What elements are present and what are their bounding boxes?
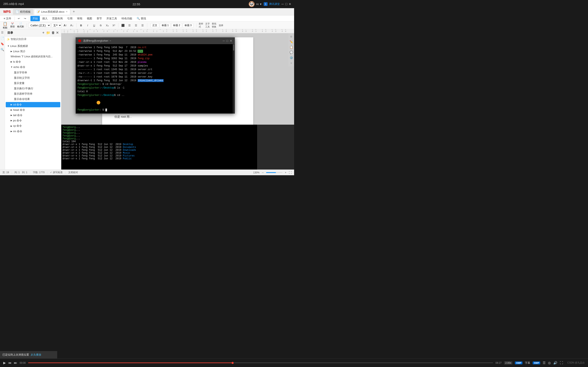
strikethrough-btn[interactable]: S (98, 23, 104, 28)
bottom-terminal-flex: feng@zerg... feng@zerg... feng@zerg... f… (61, 125, 294, 169)
status-spell[interactable]: ✓ 拼写检查 (50, 171, 62, 174)
sidebar-item-show-sample[interactable]: 显示原样字符串 (6, 91, 60, 97)
find-replace-btn[interactable]: 查找替换 (212, 23, 217, 28)
sidebar-ai-row[interactable]: ✨ 智能识别目录 (5, 36, 61, 42)
sidebar-close-btn[interactable]: ✕ (56, 31, 59, 35)
caret-icon: ▶ (11, 50, 12, 53)
sidebar-delete-btn[interactable]: 🗑 (52, 31, 55, 35)
style-normal[interactable]: 正文 (150, 23, 159, 28)
zoom-in-btn[interactable]: + (285, 171, 286, 174)
caret-icon: ▶ (11, 130, 12, 133)
sidebar-item-ps[interactable]: ▶ ps 命令 (6, 118, 60, 123)
more-btn[interactable]: ≡ (289, 2, 291, 6)
menu-view[interactable]: 视图 (85, 16, 94, 21)
align-justify-btn[interactable]: ☰ (140, 23, 145, 28)
undo-btn[interactable]: ↩ (16, 16, 22, 21)
sidebar-add-btn[interactable]: ＋ (42, 31, 45, 35)
zoom-out-btn[interactable]: ─ (262, 171, 264, 174)
tab-template[interactable]: 📄 稻壳模板 (13, 9, 33, 15)
terminal-minimize-btn[interactable]: ─ (223, 39, 225, 42)
terminal-scrollbar[interactable] (233, 44, 235, 113)
sidebar-item-linux-brief[interactable]: ▶ Linux 简介 (6, 49, 60, 54)
tab-linux-doc[interactable]: 📝 Linux系统精讲.docx ✕ (34, 9, 70, 15)
copy-btn[interactable]: 📄格式刷 (16, 22, 25, 29)
menu-pagelayout[interactable]: 页面布局 (50, 16, 65, 21)
status-col: 列: 1 (22, 171, 27, 174)
menu-devtools[interactable]: 开发工具 (104, 16, 119, 21)
bold-btn[interactable]: B (78, 23, 84, 28)
menu-start[interactable]: 开始 (30, 16, 40, 21)
underline-btn[interactable]: U (91, 23, 97, 28)
font-name-select[interactable]: Calibri (正文) (28, 23, 51, 28)
new-style-btn[interactable]: 新样式 (199, 23, 204, 28)
terminal-body: -rwxrwxrwx 1 feng feng 1456 Sep 7 2019 c… (76, 44, 235, 113)
font-grow-btn[interactable]: A↑ (62, 23, 68, 28)
term-line-4: ---------- 1 feng feng 3282 Sep 11 2019 … (78, 57, 233, 60)
sidebar-icon-search[interactable]: 🔍 (1, 48, 4, 51)
align-right-btn[interactable]: ☰ (133, 23, 139, 28)
sidebar-item-rm[interactable]: ▶ rm 命令 (6, 129, 60, 134)
align-left-btn[interactable]: ⬛ (120, 23, 126, 28)
menu-file[interactable]: ≡ 文件 (2, 16, 13, 21)
sidebar-icon-doc[interactable]: 📄 (1, 36, 4, 40)
tab-add-btn[interactable]: + (71, 9, 77, 15)
font-shrink-btn[interactable]: A↓ (69, 23, 75, 28)
sidebar-item-tail[interactable]: ▶ tail 命令 (6, 113, 60, 118)
sidebar-item-cd[interactable]: ▶ cd 命令 (6, 102, 60, 107)
hi-text[interactable]: Hi ▼ (256, 3, 262, 6)
sidebar-label: Linux 简介 (13, 50, 26, 53)
terminal-close-btn[interactable]: ✕ (230, 39, 232, 42)
subscript-btn[interactable]: X₂ (104, 23, 110, 28)
maximize-btn[interactable]: □ (285, 2, 287, 6)
sidebar-item-windows-linux[interactable]: Windows 下 Linux 虚拟机的安装与启... (6, 54, 60, 59)
sidebar-item-cp[interactable]: ▶ cp 命令 (6, 123, 60, 128)
term-total: total 0 (78, 90, 233, 93)
sidebar-item-show-result[interactable]: 显示命令结果 (6, 97, 60, 102)
sidebar-label: 显示命令结果 (14, 97, 30, 101)
font-size-select[interactable]: 五号 (52, 23, 62, 28)
sidebar-item-show-char[interactable]: 显示字符串 (6, 70, 60, 75)
avatar[interactable]: 🐼 (249, 1, 254, 7)
sidebar-item-show-escape[interactable]: 显示转义字符 (6, 75, 60, 81)
terminal-window[interactable]: 选择feng@zerglurker: ~ ─ □ ✕ -rwxrwxrwx 1 … (76, 37, 235, 114)
menu-review[interactable]: 审阅 (75, 16, 84, 21)
cut-btn[interactable]: ✂️剪切 (9, 22, 16, 29)
superscript-btn[interactable]: X² (111, 23, 117, 28)
sidebar-item-head[interactable]: ▶ head 命令 (6, 107, 60, 113)
ruler: 7 6 5 4 3 2 1 | 1 2 3 4 5 6 7 8 9 10 11 … (61, 29, 294, 33)
status-align: 文档校对 (68, 171, 78, 174)
style-heading2[interactable]: 标题 2 (171, 23, 182, 28)
tab-close-btn[interactable]: ✕ (66, 10, 68, 13)
minimize-btn[interactable]: ─ (281, 2, 284, 6)
sidebar-label: Windows 下 Linux 虚拟机的安装与启... (11, 55, 52, 58)
paste-btn[interactable]: 📋粘贴 (2, 21, 9, 30)
style-heading1[interactable]: 标题 1 (160, 23, 171, 28)
italic-btn[interactable]: I (85, 23, 90, 28)
style-heading3[interactable]: 标题 3 (183, 23, 193, 28)
menu-special[interactable]: 特色功能 (120, 16, 134, 21)
menu-insert[interactable]: 插入 (40, 16, 50, 21)
align-center-btn[interactable]: ☰ (127, 23, 132, 28)
fullscreen-btn[interactable]: ⛶ (289, 171, 292, 174)
menu-chapter[interactable]: 章节 (95, 16, 104, 21)
menu-search[interactable]: 🔍 查找 (135, 16, 148, 21)
sidebar: ☰ 📄 🔖 🔍 目录 ＋ 📁 🗑 ✕ ✨ 智能识别目录 (0, 29, 61, 169)
sidebar-icon-bookmark[interactable]: 🔖 (1, 42, 4, 45)
sidebar-icon-menu[interactable]: ☰ (1, 31, 4, 34)
ai-label: 智能识别目录 (11, 37, 26, 41)
zoom-slider[interactable] (266, 172, 283, 173)
text-tools-btn[interactable]: 文字工具 (205, 23, 211, 28)
sidebar-item-show-var[interactable]: 显示变量 (6, 81, 60, 86)
sidebar-item-no-newline[interactable]: 显示换行/不换行 (6, 86, 60, 91)
bt-line-3: feng@zerg... (62, 132, 256, 134)
select-btn[interactable]: 选择 (218, 23, 224, 28)
sidebar-item-echo[interactable]: ▼ echo 命令 (6, 65, 60, 70)
redo-btn[interactable]: ↪ (22, 16, 28, 21)
sidebar-folder-btn[interactable]: 📁 (46, 31, 50, 35)
sidebar-item-ls[interactable]: ▶ ls 命令 (6, 59, 60, 65)
menu-references[interactable]: 引用 (65, 16, 75, 21)
sidebar-item-linux-intro[interactable]: ▼ Linux 系统精讲 (6, 43, 60, 49)
tab-template-icon: 📄 (16, 10, 19, 13)
terminal-maximize-btn[interactable]: □ (226, 39, 228, 42)
bt-line-4: feng@zerg... (62, 134, 256, 137)
